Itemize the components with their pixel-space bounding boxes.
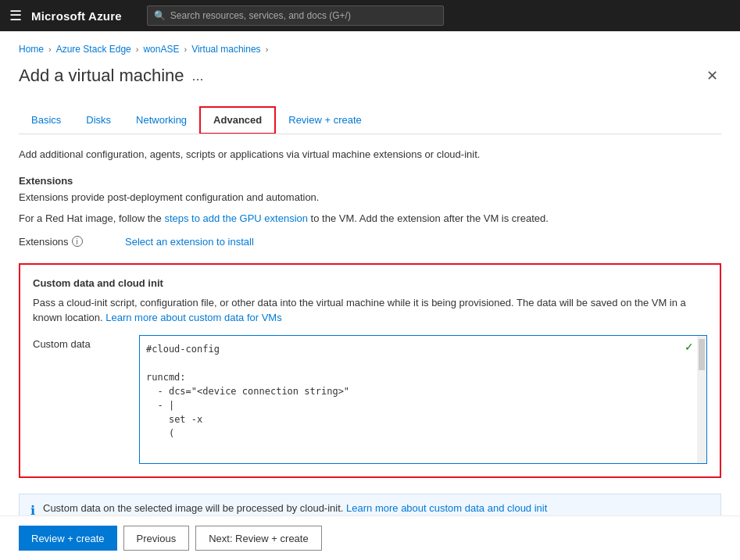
extensions-section: Extensions Extensions provide post-deplo…	[19, 175, 721, 226]
tab-networking[interactable]: Networking	[123, 106, 199, 134]
custom-data-label: Custom data	[33, 335, 127, 350]
hamburger-icon[interactable]: ☰	[9, 7, 22, 24]
select-extension-link[interactable]: Select an extension to install	[125, 236, 254, 248]
more-options-icon[interactable]: ...	[192, 68, 204, 84]
extensions-title: Extensions	[19, 175, 721, 187]
search-icon: 🔍	[154, 10, 166, 21]
tab-review-create[interactable]: Review + create	[276, 106, 374, 134]
app-title: Microsoft Azure	[31, 9, 122, 23]
breadcrumb-wonase[interactable]: wonASE	[143, 44, 179, 55]
info-banner-link[interactable]: Learn more about custom data and cloud i…	[346, 502, 547, 514]
page-title-row: Add a virtual machine ... ✕	[19, 64, 721, 87]
custom-data-section: Custom data and cloud init Pass a cloud-…	[19, 263, 721, 478]
tab-advanced[interactable]: Advanced	[199, 106, 276, 134]
close-icon[interactable]: ✕	[703, 64, 721, 87]
tabs-container: Basics Disks Networking Advanced Review …	[19, 106, 721, 134]
custom-data-description: Pass a cloud-init script, configuration …	[33, 295, 707, 326]
search-bar[interactable]: 🔍	[147, 5, 444, 26]
next-button[interactable]: Next: Review + create	[195, 526, 322, 551]
gpu-extension-link[interactable]: steps to add the GPU extension	[164, 212, 308, 224]
tab-description: Add additional configuration, agents, sc…	[19, 147, 721, 162]
breadcrumb-virtual-machines[interactable]: Virtual machines	[191, 44, 261, 55]
extensions-info-icon[interactable]: i	[72, 236, 83, 247]
breadcrumb: Home › Azure Stack Edge › wonASE › Virtu…	[19, 44, 721, 55]
custom-data-textarea[interactable]: #cloud-config runcmd: - dcs="<device con…	[140, 336, 706, 461]
top-bar: ☰ Microsoft Azure 🔍	[0, 0, 740, 31]
extensions-field-label: Extensions i	[19, 236, 113, 248]
page-title: Add a virtual machine ...	[19, 66, 204, 86]
custom-data-row: Custom data #cloud-config runcmd: - dcs=…	[33, 335, 707, 464]
tab-basics[interactable]: Basics	[19, 106, 73, 134]
search-input[interactable]	[170, 10, 437, 21]
bottom-buttons: Review + create Previous Next: Review + …	[0, 515, 740, 560]
breadcrumb-azure-stack-edge[interactable]: Azure Stack Edge	[56, 44, 131, 55]
custom-data-title: Custom data and cloud init	[33, 277, 707, 289]
extensions-row: Extensions i Select an extension to inst…	[19, 236, 721, 248]
tab-disks[interactable]: Disks	[73, 106, 123, 134]
custom-data-textarea-wrapper: #cloud-config runcmd: - dcs="<device con…	[139, 335, 707, 464]
extensions-description: Extensions provide post-deployment confi…	[19, 190, 721, 205]
previous-button[interactable]: Previous	[123, 526, 190, 551]
learn-more-custom-data-link[interactable]: Learn more about custom data for VMs	[105, 312, 281, 323]
info-banner-text: Custom data on the selected image will b…	[43, 502, 547, 514]
gpu-extension-text: For a Red Hat image, follow the steps to…	[19, 211, 721, 226]
scrollbar[interactable]	[697, 336, 706, 463]
review-create-button[interactable]: Review + create	[19, 526, 117, 551]
breadcrumb-home[interactable]: Home	[19, 44, 44, 55]
main-content: Home › Azure Stack Edge › wonASE › Virtu…	[0, 31, 740, 560]
scrollbar-thumb	[699, 339, 705, 370]
validation-check-icon: ✓	[685, 341, 694, 353]
